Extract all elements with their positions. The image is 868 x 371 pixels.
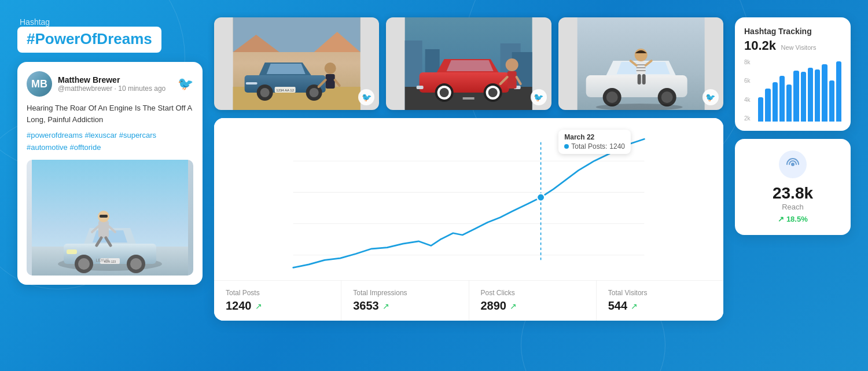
reach-number: 23.8k: [773, 184, 813, 203]
bar-4: [779, 76, 785, 122]
svg-point-61: [661, 91, 672, 103]
user-info: Matthew Brewer @matthewbrewer · 10 minut…: [58, 75, 165, 93]
bar-chart-wrapper: 8k 6k 4k 2k: [744, 58, 841, 122]
reach-icon: [779, 150, 807, 178]
trend-arrow-icon: ↗: [778, 215, 784, 223]
bar-6: [793, 71, 799, 122]
stat-value-row-posts: 1240 ↗: [226, 299, 329, 313]
tweet-photo-svg: LEXUS KDX·123: [27, 160, 193, 276]
stat-total-visitors: Total Visitors 544 ↗: [597, 281, 723, 321]
tweet-header: MB Matthew Brewer @matthewbrewer · 10 mi…: [27, 71, 193, 97]
stat-total-posts: Total Posts 1240 ↗: [214, 281, 341, 321]
bar-7: [801, 72, 806, 122]
photo-card-3: 🐦: [558, 17, 723, 110]
hashtag-stats-header: 10.2k New Visitors: [744, 38, 841, 53]
line-chart-svg: [226, 130, 712, 280]
right-panel: Hashtag Tracking 10.2k New Visitors 8k 6…: [735, 17, 851, 235]
photo2-svg: [386, 17, 551, 110]
svg-point-59: [606, 91, 617, 103]
svg-point-48: [440, 88, 449, 97]
svg-point-51: [488, 88, 498, 97]
left-panel: Hashtag #PowerOfDreams MB Matthew Brewer…: [17, 17, 203, 285]
photo-card-1: 1234 AA 12 🐦: [214, 17, 379, 110]
chart-card: March 22 Total Posts: 1240: [214, 118, 723, 321]
bar-1: [758, 97, 763, 122]
bar-9: [815, 69, 820, 122]
hashtag-card-title: Hashtag Tracking: [744, 27, 841, 36]
svg-rect-33: [326, 74, 335, 89]
tooltip-value: Total Posts: 1240: [564, 142, 625, 150]
svg-rect-68: [642, 74, 645, 85]
reach-label: Reach: [782, 203, 804, 211]
tweet-hashtags: #powerofdreams #lexuscar #supercars #aut…: [27, 130, 193, 154]
chart-area: March 22 Total Posts: 1240: [214, 118, 723, 280]
middle-panel: 1234 AA 12 🐦: [214, 17, 723, 321]
hashtag-big-number: 10.2k: [744, 38, 776, 53]
svg-text:1234 AA 12: 1234 AA 12: [276, 89, 294, 92]
svg-point-5: [78, 258, 90, 270]
stat-post-clicks: Post Clicks 2890 ↗: [469, 281, 597, 321]
trend-up-posts: ↗: [255, 302, 262, 311]
y-label-4k: 4k: [744, 97, 756, 103]
stat-value-row-visitors: 544 ↗: [608, 299, 712, 313]
avatar-image: MB: [27, 71, 52, 97]
y-label-6k: 6k: [744, 78, 756, 84]
photo3-svg: [558, 17, 723, 110]
stat-label-clicks: Post Clicks: [481, 289, 584, 297]
stat-label-posts: Total Posts: [226, 289, 329, 297]
tweet-handle-time: @matthewbrewer · 10 minutes ago: [58, 85, 165, 93]
svg-point-79: [537, 194, 545, 201]
y-label-2k: 2k: [744, 115, 756, 122]
tweet-username: Matthew Brewer: [58, 75, 165, 85]
reach-icon-svg: [785, 156, 801, 172]
stat-value-posts: 1240: [226, 299, 252, 313]
photo2-twitter-badge: 🐦: [531, 89, 547, 105]
svg-rect-53: [507, 71, 517, 89]
stat-value-visitors: 544: [608, 299, 627, 313]
tooltip-date: March 22: [564, 133, 625, 141]
svg-point-28: [310, 88, 319, 97]
svg-rect-67: [637, 74, 641, 85]
stat-value-row-impressions: 3653 ↗: [353, 299, 457, 313]
svg-point-7: [130, 258, 142, 270]
svg-rect-8: [67, 249, 77, 254]
avatar: MB: [27, 71, 52, 97]
hashtag-tracking-card: Hashtag Tracking 10.2k New Visitors 8k 6…: [735, 17, 851, 131]
bar-chart: [758, 58, 841, 122]
hashtag-sub-label: New Visitors: [781, 44, 816, 51]
bar-3: [773, 82, 778, 122]
stat-value-impressions: 3653: [353, 299, 379, 313]
hashtag-tag: #PowerOfDreams: [17, 27, 161, 53]
tweet-user: MB Matthew Brewer @matthewbrewer · 10 mi…: [27, 71, 165, 97]
bar-8: [808, 68, 813, 122]
reach-card: 23.8k Reach ↗ 18.5%: [735, 139, 851, 235]
tooltip-dot: [564, 144, 569, 149]
svg-point-26: [260, 88, 270, 97]
tweet-text: Hearing The Roar Of An Engine Is The Sta…: [27, 102, 193, 125]
reach-trend: ↗ 18.5%: [778, 215, 808, 223]
svg-point-52: [506, 58, 518, 71]
trend-up-impressions: ↗: [382, 302, 389, 311]
bar-11: [829, 80, 834, 122]
svg-rect-44: [417, 86, 424, 89]
main-layout: Hashtag #PowerOfDreams MB Matthew Brewer…: [0, 0, 868, 371]
bar-12: [836, 61, 841, 122]
tweet-image: LEXUS KDX·123: [27, 160, 193, 276]
y-label-8k: 8k: [744, 59, 756, 65]
chart-tooltip: March 22 Total Posts: 1240: [558, 130, 631, 154]
bar-10: [822, 64, 827, 122]
tweet-card: MB Matthew Brewer @matthewbrewer · 10 mi…: [17, 62, 203, 285]
svg-rect-29: [246, 82, 258, 85]
photo-card-2: 🐦: [386, 17, 551, 110]
svg-point-32: [325, 63, 336, 74]
stat-value-clicks: 2890: [481, 299, 507, 313]
stat-label-impressions: Total Impressions: [353, 289, 457, 297]
trend-up-clicks: ↗: [510, 302, 517, 311]
bar-5: [786, 85, 792, 122]
svg-rect-10: [98, 221, 109, 238]
svg-point-80: [791, 163, 795, 166]
trend-up-visitors: ↗: [631, 302, 638, 311]
photo-row: 1234 AA 12 🐦: [214, 17, 723, 110]
svg-text:KDX·123: KDX·123: [104, 260, 116, 263]
stats-row: Total Posts 1240 ↗ Total Impressions 365…: [214, 280, 723, 321]
